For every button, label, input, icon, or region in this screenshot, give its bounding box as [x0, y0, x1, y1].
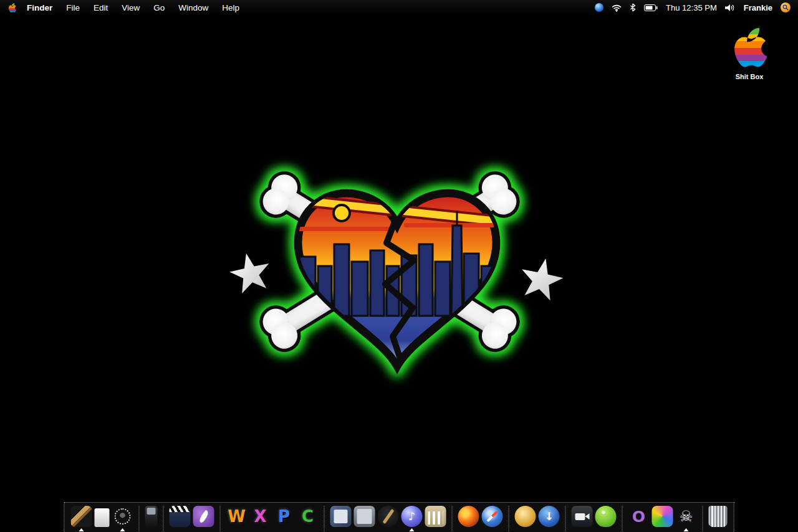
battery-icon[interactable] [644, 4, 658, 11]
dvd-player-icon [112, 506, 133, 527]
dock-item-notes[interactable] [95, 508, 110, 531]
dock-separator [509, 506, 509, 531]
app-p-glyph: P [278, 508, 290, 525]
desktop: FinderFileEditViewGoWindowHelp Thu 12:35… [0, 0, 798, 532]
running-indicator [410, 528, 415, 531]
dock-item-itunes[interactable]: ♪ [401, 506, 423, 531]
spotlight-icon[interactable] [781, 2, 791, 12]
dock-item-download-arrow[interactable]: ↓ [539, 506, 560, 531]
rainbow-apple-icon [729, 22, 769, 70]
menu-item-file[interactable]: File [59, 3, 87, 12]
gold-coin-icon [515, 506, 536, 527]
menu-item-edit[interactable]: Edit [87, 3, 115, 12]
notes-icon [95, 508, 110, 527]
app-c-glyph: C [302, 508, 314, 525]
menu-items: FinderFileEditViewGoWindowHelp [27, 3, 246, 12]
app-x-icon: X [250, 506, 271, 527]
imovie-icon [170, 506, 191, 527]
dock-separator [703, 506, 703, 531]
itunes-glyph: ♪ [408, 511, 416, 522]
dock-item-toy-robot[interactable] [652, 506, 673, 531]
running-indicator [684, 528, 689, 531]
broken-heart [289, 193, 507, 366]
adium-duck-icon [595, 506, 617, 527]
dock-item-ipod[interactable] [145, 506, 158, 531]
dock-item-quill-pen[interactable] [193, 506, 214, 531]
drive-label: Shit Box [736, 73, 764, 80]
running-indicator [79, 528, 84, 531]
dock-separator [565, 506, 566, 531]
dock-item-dvd-player[interactable] [112, 506, 133, 531]
video-camera-icon [572, 506, 593, 527]
running-indicator [120, 528, 125, 531]
dock-separator [452, 506, 453, 531]
ring-o-icon: O [628, 506, 650, 527]
dock-item-photo-album[interactable] [330, 506, 352, 531]
dock-separator [220, 506, 221, 531]
firefox-icon [458, 506, 479, 527]
download-arrow-glyph: ↓ [544, 511, 554, 522]
skull-glyph: ☠ [680, 509, 693, 524]
app-x-glyph: X [254, 508, 266, 525]
bank-building-icon [425, 506, 446, 527]
dock-item-app-p[interactable]: P [274, 506, 295, 531]
dock-item-bank-building[interactable] [425, 506, 446, 531]
menu-item-help[interactable]: Help [215, 3, 246, 12]
dock-item-gold-coin[interactable] [515, 506, 536, 531]
dock-item-image-viewer[interactable] [354, 506, 375, 531]
dock-item-imovie[interactable] [170, 506, 191, 531]
dock-item-app-c[interactable]: C [297, 506, 319, 531]
star-right [517, 254, 567, 302]
dock-item-garageband[interactable] [378, 506, 399, 531]
dock-separator [139, 506, 140, 531]
wallpaper-heart-crossbones [219, 151, 575, 387]
app-w-icon: W [226, 506, 248, 527]
menu-item-finder[interactable]: Finder [27, 3, 59, 12]
menu-bar: FinderFileEditViewGoWindowHelp Thu 12:35… [0, 0, 798, 15]
app-c-icon: C [297, 506, 319, 527]
bluetooth-icon[interactable] [630, 3, 636, 12]
ring-o-glyph: O [632, 509, 645, 525]
menu-item-window[interactable]: Window [171, 3, 215, 12]
photo-album-icon [330, 506, 352, 527]
ipod-icon [145, 506, 158, 527]
dock-item-trash[interactable] [709, 506, 728, 531]
dock-item-finder[interactable] [71, 506, 92, 531]
wifi-icon[interactable] [612, 4, 622, 12]
app-w-glyph: W [228, 508, 246, 525]
dock-separator [163, 506, 164, 531]
skull-icon: ☠ [676, 506, 697, 527]
quill-pen-icon [193, 506, 214, 527]
dock: WXPC♪↓O☠ [64, 502, 734, 532]
user-menu[interactable]: Frankie [744, 3, 772, 12]
garageband-icon [378, 506, 399, 527]
menu-status-area: Thu 12:35 PM Frankie [595, 2, 791, 12]
dock-separator [324, 506, 325, 531]
itunes-icon: ♪ [401, 506, 423, 527]
trash-icon [709, 506, 728, 527]
sun [334, 205, 350, 221]
dock-item-skull[interactable]: ☠ [676, 506, 697, 531]
toy-robot-icon [652, 506, 673, 527]
dock-separator [622, 506, 623, 531]
finder-icon [71, 506, 92, 527]
download-arrow-icon: ↓ [539, 506, 560, 527]
volume-icon[interactable] [725, 4, 736, 12]
menu-clock[interactable]: Thu 12:35 PM [666, 3, 717, 12]
dock-item-ring-o[interactable]: O [628, 506, 650, 531]
image-viewer-icon [354, 506, 375, 527]
dock-item-app-x[interactable]: X [250, 506, 271, 531]
dock-item-app-w[interactable]: W [226, 506, 248, 531]
star-left [226, 249, 274, 295]
app-p-icon: P [274, 506, 295, 527]
menu-item-view[interactable]: View [115, 3, 147, 12]
drive-icon-shit-box[interactable]: Shit Box [719, 22, 779, 80]
apple-menu-icon[interactable] [7, 2, 17, 13]
menu-item-go[interactable]: Go [147, 3, 171, 12]
dock-item-video-camera[interactable] [572, 506, 593, 531]
status-orb-icon[interactable] [595, 3, 603, 12]
dock-item-adium-duck[interactable] [595, 506, 617, 531]
dock-item-firefox[interactable] [458, 506, 479, 531]
dock-item-compass-browser[interactable] [482, 506, 503, 531]
compass-browser-icon [482, 506, 503, 527]
